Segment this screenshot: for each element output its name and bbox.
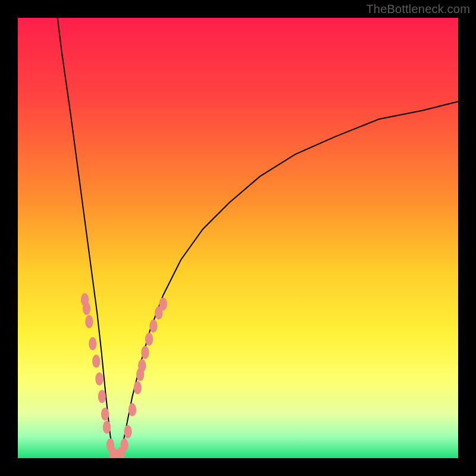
watermark-text: TheBottleneck.com [366,2,470,16]
marker-dot [145,333,153,346]
marker-dot [98,390,106,403]
marker-dot [159,298,167,311]
curve-layer [18,18,458,458]
chart-frame: TheBottleneck.com [0,0,476,476]
marker-dot [92,355,100,368]
marker-dot [134,381,142,394]
marker-dot [101,408,109,421]
marker-dot [138,359,146,372]
marker-dot [120,439,128,452]
marker-dot [149,320,157,333]
plot-area [18,18,458,458]
marker-dot [103,421,111,434]
marker-dot [141,346,149,359]
marker-dot [129,403,136,416]
bottleneck-curve [58,18,458,458]
marker-dot [83,302,90,315]
marker-dot [124,425,131,439]
marker-dot [95,372,103,386]
marker-dot [89,337,96,350]
marker-dot [85,315,93,328]
